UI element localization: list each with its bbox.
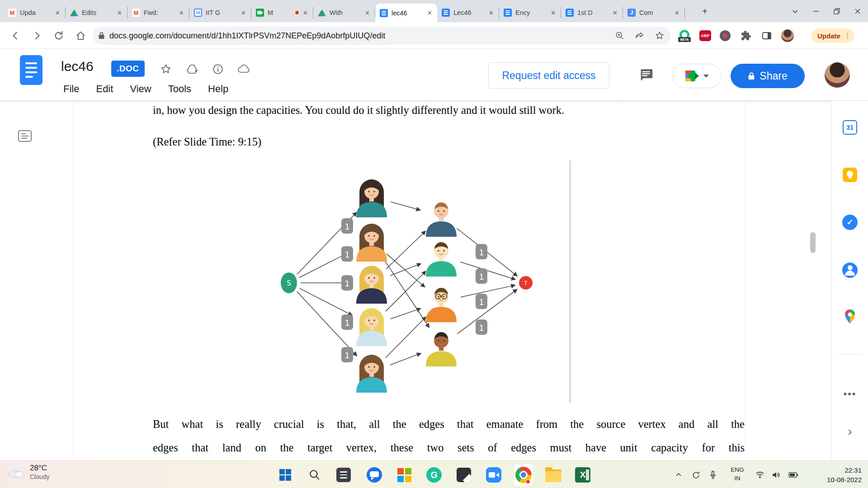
move-to-drive-icon[interactable] (185, 62, 199, 76)
menu-file[interactable]: File (63, 83, 79, 95)
svg-text:T: T (524, 280, 528, 286)
restore-button[interactable] (826, 0, 847, 22)
share-page-icon[interactable] (634, 30, 646, 42)
tab-close-icon[interactable]: ✕ (673, 9, 681, 17)
tray-microphone-icon[interactable] (706, 468, 720, 482)
browser-menu-kebab-icon[interactable]: ⋮ (844, 33, 851, 38)
extensions-puzzle-icon[interactable] (739, 28, 753, 43)
tab-with[interactable]: With✕ (313, 7, 375, 19)
cloud-saved-icon[interactable] (237, 62, 250, 76)
document-outline-icon[interactable] (18, 130, 32, 143)
tray-sync-icon[interactable] (689, 468, 703, 482)
tab-close-icon[interactable]: ✕ (54, 9, 61, 17)
request-edit-access-button[interactable]: Request edit access (488, 62, 609, 89)
document-title[interactable]: lec46 (61, 59, 94, 74)
forward-icon[interactable] (31, 30, 43, 42)
sidebar-item-tasks[interactable]: ✓ (841, 214, 859, 231)
wifi-icon[interactable] (753, 468, 767, 482)
flow-network-figure[interactable]: 111111111ST (226, 154, 588, 416)
sidebar-item-contacts[interactable] (841, 262, 859, 279)
share-button[interactable]: Share (731, 64, 805, 88)
taskbar-photos[interactable] (454, 465, 473, 484)
close-window-button[interactable] (847, 0, 868, 22)
battery-icon[interactable] (787, 468, 800, 482)
tab-search-chevron-icon[interactable] (785, 0, 806, 22)
tray-chevron-up-icon[interactable] (672, 468, 685, 482)
extension-adblock-icon[interactable]: ABP (698, 28, 712, 43)
menu-bar: FileEditViewToolsHelp (63, 83, 228, 95)
docs-logo-icon[interactable] (20, 55, 42, 85)
tab-ency[interactable]: Ency✕ (499, 7, 561, 19)
tab-fwd-[interactable]: MFwd:✕ (127, 7, 189, 19)
extension-beta-icon[interactable]: BETA (677, 28, 692, 43)
tab-close-icon[interactable]: ✕ (363, 9, 371, 17)
weather-widget[interactable]: 28°C Cloudy (7, 464, 50, 481)
address-bar[interactable]: docs.google.com/document/d/1hh1IXTlrPSVm… (93, 27, 671, 45)
clock[interactable]: 22:31 10-08-2022 (827, 465, 862, 484)
more-addons-icon[interactable]: ••• (841, 388, 859, 400)
flow-edge (461, 285, 515, 297)
document-canvas: in, how you design the capacities. You c… (0, 101, 868, 460)
svg-text:1: 1 (479, 297, 484, 307)
side-panel-icon[interactable] (760, 28, 774, 43)
sidebar-item-keep[interactable] (841, 166, 859, 183)
taskbar-windows[interactable] (276, 465, 295, 484)
tab-m[interactable]: M✕ (251, 7, 313, 19)
tab-strip: MUpda✕Edits✕MFwd:✕10IIT G✕M✕With✕lec46✕L… (4, 4, 685, 22)
drive-favicon (318, 9, 326, 17)
language-indicator[interactable]: ENGIN (727, 465, 748, 483)
tab-lec46[interactable]: Lec46✕ (437, 7, 499, 19)
document-status-info-icon[interactable] (211, 62, 225, 76)
comment-history-icon[interactable] (638, 68, 655, 83)
reload-icon[interactable] (53, 30, 65, 42)
taskbar-office[interactable] (395, 465, 414, 484)
sidebar-item-maps[interactable] (841, 308, 859, 325)
update-button[interactable]: Update ⋮ (811, 28, 854, 43)
tab-close-icon[interactable]: ✕ (426, 9, 434, 17)
taskbar-search[interactable] (305, 465, 324, 484)
star-doc-icon[interactable] (159, 62, 173, 76)
tab-close-icon[interactable]: ✕ (178, 9, 185, 17)
profile-avatar[interactable] (780, 28, 795, 43)
tab-close-icon[interactable]: ✕ (302, 9, 309, 17)
tab-close-icon[interactable]: ✕ (549, 9, 557, 17)
vertical-scrollbar[interactable] (810, 232, 816, 253)
tab-lec46[interactable]: lec46✕ (375, 4, 437, 22)
bookmark-star-icon[interactable] (654, 30, 665, 42)
taskbar-folder[interactable] (544, 465, 563, 484)
tab-close-icon[interactable]: ✕ (487, 9, 495, 17)
taskbar-chrome[interactable] (514, 465, 533, 484)
menu-view[interactable]: View (130, 83, 151, 95)
home-icon[interactable] (75, 30, 86, 42)
account-avatar[interactable] (825, 62, 850, 88)
menu-help[interactable]: Help (208, 83, 228, 95)
taskbar-notes[interactable] (334, 465, 353, 484)
tab-com[interactable]: JCom✕ (623, 7, 685, 19)
tab-close-icon[interactable]: ✕ (611, 9, 619, 17)
join-meet-button[interactable] (673, 64, 722, 88)
new-tab-button[interactable]: + (699, 5, 711, 17)
menu-tools[interactable]: Tools (168, 83, 191, 95)
menu-edit[interactable]: Edit (96, 83, 113, 95)
taskbar-camera[interactable] (484, 465, 503, 484)
minimize-button[interactable] (806, 0, 826, 22)
taskbar-grammarly[interactable]: G (425, 465, 443, 484)
svg-text:1: 1 (344, 250, 349, 259)
extension-recorder-icon[interactable] (718, 28, 732, 43)
sidebar-item-calendar[interactable]: 31 (841, 119, 859, 136)
taskbar-excel[interactable]: X (573, 465, 592, 484)
collapse-panel-chevron-icon[interactable]: › (841, 424, 859, 439)
woman-avatar (356, 224, 387, 262)
volume-icon[interactable] (769, 468, 783, 482)
zoom-page-icon[interactable] (614, 30, 626, 42)
taskbar-chat[interactable] (365, 465, 384, 484)
weather-temp: 28°C (30, 464, 47, 472)
back-icon[interactable] (9, 30, 21, 42)
tab-edits[interactable]: Edits✕ (66, 7, 127, 19)
tab-close-icon[interactable]: ✕ (240, 9, 247, 17)
tab-upda[interactable]: MUpda✕ (4, 7, 66, 19)
tab-close-icon[interactable]: ✕ (116, 9, 123, 17)
tab-1st-d[interactable]: 1st D✕ (561, 7, 623, 19)
tab-iit-g[interactable]: 10IIT G✕ (189, 7, 251, 19)
capacity-label: 1 (341, 275, 353, 291)
